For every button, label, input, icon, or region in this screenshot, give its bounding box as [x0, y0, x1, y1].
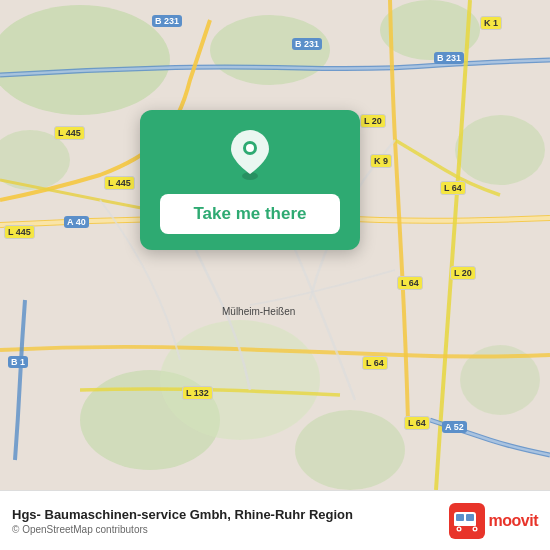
moovit-logo: moovit [449, 503, 538, 539]
footer: Hgs- Baumaschinen-service Gmbh, Rhine-Ru… [0, 490, 550, 550]
place-label-mulheim: Mülheim-Heißen [222, 306, 295, 317]
svg-rect-16 [466, 514, 474, 521]
road-label-l445-3: L 445 [4, 225, 35, 239]
footer-text-area: Hgs- Baumaschinen-service Gmbh, Rhine-Ru… [12, 507, 439, 535]
svg-rect-17 [454, 523, 476, 526]
footer-title: Hgs- Baumaschinen-service Gmbh, Rhine-Ru… [12, 507, 439, 522]
road-label-b231-3: B 231 [434, 52, 464, 64]
location-card: Take me there [140, 110, 360, 250]
svg-rect-15 [456, 514, 464, 521]
road-label-k9: K 9 [370, 154, 392, 168]
road-label-k1: K 1 [480, 16, 502, 30]
road-label-l132: L 132 [182, 386, 213, 400]
svg-point-12 [246, 144, 254, 152]
road-label-b1: B 1 [8, 356, 28, 368]
map-container: B 231 B 231 B 231 L 445 L 445 A 40 L 445… [0, 0, 550, 490]
svg-point-20 [457, 527, 459, 529]
pin-icon-wrapper [229, 128, 271, 184]
road-label-b231-2: B 231 [292, 38, 322, 50]
svg-point-7 [295, 410, 405, 490]
moovit-bus-icon [449, 503, 485, 539]
road-label-l445-2: L 445 [104, 176, 135, 190]
road-label-b231-1: B 231 [152, 15, 182, 27]
road-label-a52: A 52 [442, 421, 467, 433]
moovit-text: moovit [489, 512, 538, 530]
road-label-l445-1: L 445 [54, 126, 85, 140]
road-label-l64-4: L 64 [404, 416, 430, 430]
road-label-l64-1: L 64 [440, 181, 466, 195]
svg-point-21 [473, 527, 475, 529]
road-label-l20-1: L 20 [360, 114, 386, 128]
road-label-l20-2: L 20 [450, 266, 476, 280]
footer-copyright: © OpenStreetMap contributors [12, 524, 439, 535]
road-label-a40: A 40 [64, 216, 89, 228]
road-label-l64-2: L 64 [397, 276, 423, 290]
svg-point-5 [455, 115, 545, 185]
road-label-l64-3: L 64 [362, 356, 388, 370]
svg-point-9 [160, 320, 320, 440]
location-pin-icon [229, 128, 271, 180]
svg-point-2 [210, 15, 330, 85]
take-me-there-button[interactable]: Take me there [160, 194, 340, 234]
